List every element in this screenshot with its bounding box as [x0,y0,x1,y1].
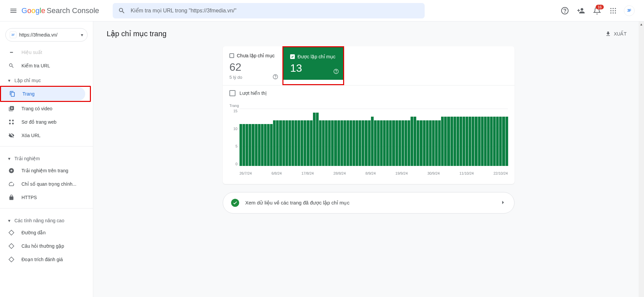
chart-bar[interactable] [246,124,248,166]
chart-bar[interactable] [487,117,490,166]
chart-bar[interactable] [322,120,325,166]
chart-bar[interactable] [417,120,419,166]
menu-button[interactable] [5,3,21,19]
sidebar-item-faq[interactable]: Câu hỏi thường gặp [0,239,90,253]
chart-bar[interactable] [243,124,245,166]
chart-bar[interactable] [502,117,505,166]
chart-bar[interactable] [368,120,371,166]
chart-bar[interactable] [325,120,328,166]
chart-bar[interactable] [453,117,456,166]
apps-button[interactable] [606,4,620,17]
sidebar-item-review-snippet[interactable]: Đoạn trích đánh giá [0,253,90,266]
chart-bar[interactable] [301,120,303,166]
chart-bar[interactable] [279,120,282,166]
chart-bar[interactable] [359,120,361,166]
chart-bar[interactable] [307,120,309,166]
chart-bar[interactable] [239,124,242,166]
summary-not-indexed[interactable]: Chưa lập chỉ mục 62 5 lý do [223,46,282,85]
chart-bar[interactable] [313,113,316,166]
chart-bar[interactable] [310,120,313,166]
url-inspect-search[interactable]: Kiểm tra mọi URL trong "https://3fmedia.… [113,3,425,18]
chart-bar[interactable] [472,117,474,166]
chart-bar[interactable] [343,120,346,166]
chart-bar[interactable] [249,124,251,166]
chart-bar[interactable] [337,120,340,166]
chart-bar[interactable] [255,124,258,166]
chart-bar[interactable] [457,117,459,166]
chart-bar[interactable] [298,120,300,166]
chart-bar[interactable] [252,124,254,166]
chart-bar[interactable] [469,117,471,166]
sidebar-section-experience[interactable]: ▾ Trải nghiệm [0,151,93,164]
chart-bar[interactable] [398,120,401,166]
chart-bar[interactable] [392,120,395,166]
users-button[interactable] [574,4,588,17]
chart-bar[interactable] [356,120,358,166]
help-button[interactable] [558,4,572,17]
chart-bar[interactable] [496,117,499,166]
chart-bar[interactable] [450,117,453,166]
chart-bar[interactable] [331,120,334,166]
sidebar-item-core-web-vitals[interactable]: Chỉ số quan trọng chính... [0,177,90,191]
notifications-button[interactable]: 16 [590,4,604,17]
export-button[interactable]: XUẤT [601,28,631,40]
chart-bar[interactable] [282,120,285,166]
chart-bar[interactable] [411,117,413,166]
chart-bar[interactable] [258,124,261,166]
chart-bar[interactable] [426,120,429,166]
chart-bar[interactable] [371,117,374,166]
chart-bar[interactable] [475,117,477,166]
property-selector[interactable]: 3F https://3fmedia.vn/ ▾ [5,28,88,42]
chart-bar[interactable] [365,120,367,166]
chart-bar[interactable] [505,117,508,166]
sidebar-item-https[interactable]: HTTPS [0,191,90,204]
account-button[interactable]: 3F [623,4,636,17]
chart-bar[interactable] [264,124,267,166]
chart-bar[interactable] [291,120,294,166]
chart-bar[interactable] [389,120,392,166]
product-logo[interactable]: Google Search Console [21,6,99,15]
chart-bar[interactable] [414,117,416,166]
chart-bar[interactable] [429,120,432,166]
chart-bar[interactable] [432,120,435,166]
chart-bar[interactable] [353,120,355,166]
chart-bar[interactable] [481,117,484,166]
chart-bar[interactable] [447,117,450,166]
chart-bar[interactable] [285,120,288,166]
chart-bar[interactable] [319,120,322,166]
chart-bar[interactable] [362,120,364,166]
sidebar-item-pages[interactable]: Trang [1,87,85,101]
chart-bar[interactable] [408,120,410,166]
chart-bar[interactable] [294,120,297,166]
chart-bar[interactable] [395,120,398,166]
chart-bar[interactable] [288,120,291,166]
summary-indexed[interactable]: Được lập chỉ mục 13 [283,47,343,80]
chart-bar[interactable] [444,117,447,166]
chart-bar[interactable] [438,120,441,166]
sidebar-item-removals[interactable]: Xóa URL [0,129,90,142]
chart-bar[interactable] [435,120,438,166]
chart-bar[interactable] [316,113,319,166]
chart-bar[interactable] [304,120,306,166]
help-icon[interactable] [333,68,339,76]
impressions-toggle[interactable]: Lượt hiển thị [223,85,515,101]
sidebar-item-breadcrumbs[interactable]: Đường dẫn [0,226,90,239]
chart-bar[interactable] [383,120,386,166]
chart-bar[interactable] [261,124,264,166]
sidebar-item-page-experience[interactable]: Trải nghiệm trên trang [0,164,90,177]
chart-bar[interactable] [493,117,496,166]
chart-bar[interactable] [478,117,481,166]
chart-bar[interactable] [380,120,383,166]
sidebar-item-sitemaps[interactable]: Sơ đồ trang web [0,115,90,129]
chart-bar[interactable] [273,120,276,166]
chart-bar[interactable] [405,120,407,166]
chart-bar[interactable] [276,120,279,166]
chart-bar[interactable] [499,117,502,166]
sidebar-item-video-pages[interactable]: Trang có video [0,102,90,115]
chart-bar[interactable] [340,120,343,166]
chart-bar[interactable] [350,120,352,166]
chart-bar[interactable] [466,117,468,166]
help-icon[interactable] [272,74,278,81]
chart-bar[interactable] [328,120,331,166]
chart-bar[interactable] [386,120,389,166]
